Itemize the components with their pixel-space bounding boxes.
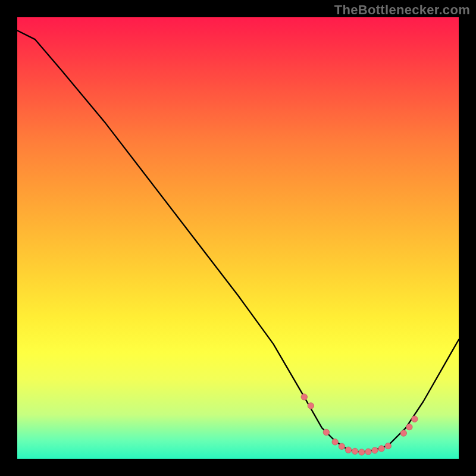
data-marker bbox=[332, 439, 338, 445]
data-marker bbox=[406, 424, 412, 430]
data-marker bbox=[365, 449, 371, 455]
bottleneck-curve bbox=[17, 30, 459, 452]
data-marker bbox=[400, 430, 406, 436]
plot-area bbox=[17, 17, 459, 459]
data-marker bbox=[412, 416, 418, 422]
attribution-label: TheBottlenecker.com bbox=[334, 2, 470, 18]
data-marker bbox=[352, 448, 358, 454]
chart-frame: TheBottlenecker.com bbox=[0, 0, 476, 476]
data-marker bbox=[301, 394, 307, 400]
marker-layer bbox=[301, 394, 418, 455]
data-marker bbox=[359, 449, 365, 455]
data-marker bbox=[308, 403, 314, 409]
data-marker bbox=[323, 429, 329, 435]
data-marker bbox=[372, 447, 378, 453]
data-marker bbox=[378, 446, 384, 452]
data-marker bbox=[345, 447, 351, 453]
data-marker bbox=[339, 443, 345, 449]
chart-svg bbox=[17, 17, 459, 459]
data-marker bbox=[385, 443, 391, 449]
